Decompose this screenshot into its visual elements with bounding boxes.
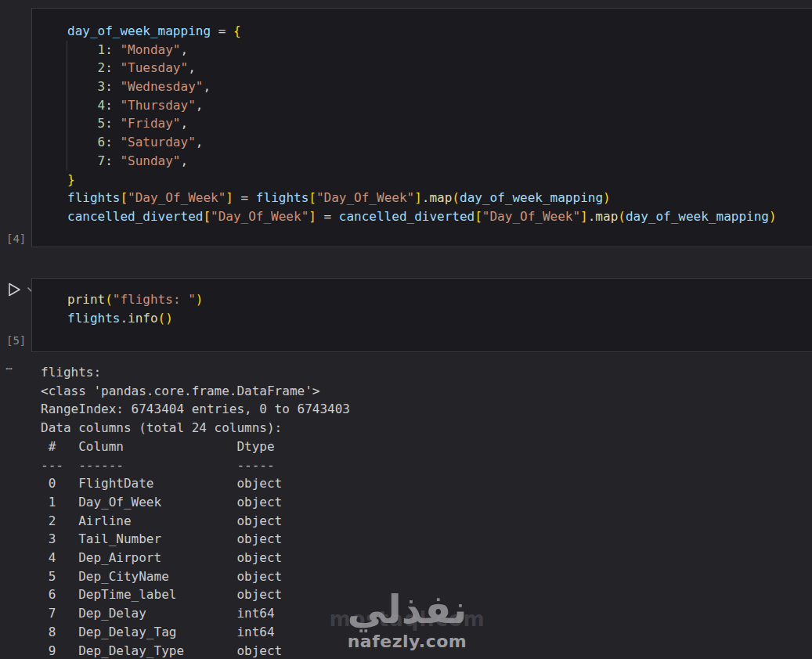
play-icon xyxy=(5,281,23,298)
code-cell-1[interactable]: day_of_week_mapping = { 1: "Monday", 2: … xyxy=(31,8,812,247)
run-cell-button[interactable] xyxy=(5,281,23,298)
watermark-mostaql-text: mostaql.com xyxy=(329,607,485,631)
execution-count-5: [5] xyxy=(6,334,26,347)
code-editor-2[interactable]: print("flights: ")flights.info() xyxy=(32,279,812,327)
watermark-site-text: nafezly.com xyxy=(333,632,482,651)
code-cell-2[interactable]: print("flights: ")flights.info() xyxy=(31,278,812,352)
execution-count-4: [4] xyxy=(6,232,26,245)
output-collapse-indicator[interactable]: ⋯ xyxy=(5,362,13,376)
code-editor-1[interactable]: day_of_week_mapping = { 1: "Monday", 2: … xyxy=(32,9,812,226)
notebook-editor: day_of_week_mapping = { 1: "Monday", 2: … xyxy=(0,0,812,659)
watermark-arabic-logo: نفذلي xyxy=(333,587,482,632)
cell-output-text: flights: <class 'pandas.core.frame.DataF… xyxy=(41,363,350,659)
watermark: mostaql.com نفذلي nafezly.com xyxy=(333,587,482,651)
